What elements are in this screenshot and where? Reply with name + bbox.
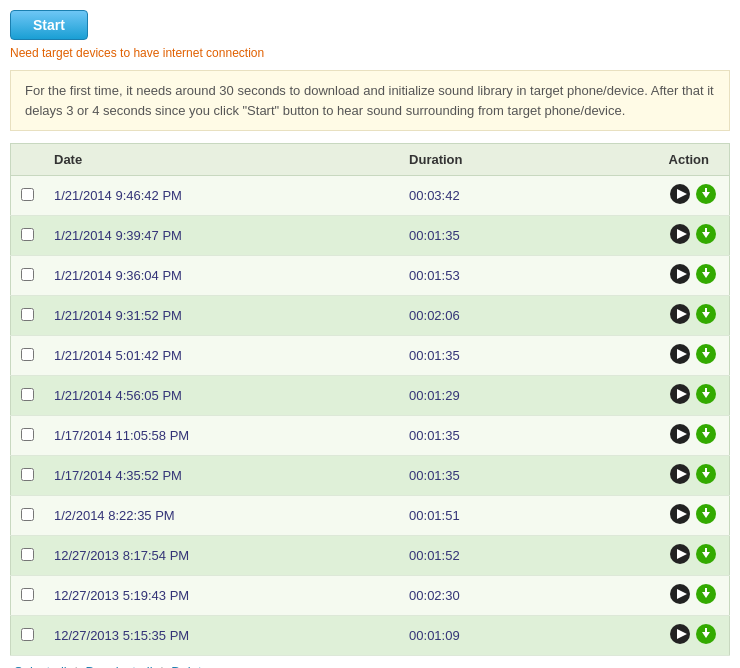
download-button[interactable]: [695, 183, 717, 208]
row-date: 1/21/2014 9:39:47 PM: [44, 216, 399, 256]
row-duration: 00:01:53: [399, 256, 567, 296]
table-row: 1/21/2014 9:39:47 PM00:01:35: [11, 216, 730, 256]
table-row: 1/21/2014 4:56:05 PM00:01:29: [11, 376, 730, 416]
header-checkbox-cell: [11, 144, 45, 176]
play-button[interactable]: [669, 303, 691, 328]
start-button[interactable]: Start: [10, 10, 88, 40]
divider-2: |: [160, 664, 163, 668]
download-button[interactable]: [695, 303, 717, 328]
divider-1: |: [74, 664, 77, 668]
download-button[interactable]: [695, 583, 717, 608]
row-actions: [567, 256, 729, 296]
row-checkbox[interactable]: [21, 348, 34, 361]
row-duration: 00:01:29: [399, 376, 567, 416]
row-date: 12/27/2013 5:15:35 PM: [44, 616, 399, 656]
row-duration: 00:01:52: [399, 536, 567, 576]
row-date: 1/17/2014 11:05:58 PM: [44, 416, 399, 456]
download-button[interactable]: [695, 623, 717, 648]
row-date: 1/21/2014 5:01:42 PM: [44, 336, 399, 376]
row-duration: 00:03:42: [399, 176, 567, 216]
svg-rect-39: [705, 468, 707, 474]
row-actions: [567, 496, 729, 536]
row-checkbox[interactable]: [21, 388, 34, 401]
svg-rect-49: [705, 548, 707, 554]
play-button[interactable]: [669, 503, 691, 528]
delete-link[interactable]: Delete: [171, 664, 209, 668]
svg-rect-14: [705, 268, 707, 274]
download-button[interactable]: [695, 263, 717, 288]
svg-rect-4: [705, 188, 707, 194]
svg-rect-29: [705, 388, 707, 394]
row-actions: [567, 216, 729, 256]
svg-rect-19: [705, 308, 707, 314]
download-button[interactable]: [695, 503, 717, 528]
column-action: Action: [567, 144, 729, 176]
table-row: 12/27/2013 5:15:35 PM00:01:09: [11, 616, 730, 656]
row-checkbox[interactable]: [21, 228, 34, 241]
row-actions: [567, 576, 729, 616]
row-date: 1/2/2014 8:22:35 PM: [44, 496, 399, 536]
row-date: 1/21/2014 9:31:52 PM: [44, 296, 399, 336]
footer-links: Select all | Deselect all | Delete: [10, 656, 730, 668]
row-date: 1/21/2014 9:36:04 PM: [44, 256, 399, 296]
row-actions: [567, 416, 729, 456]
table-row: 1/2/2014 8:22:35 PM00:01:51: [11, 496, 730, 536]
row-checkbox[interactable]: [21, 508, 34, 521]
row-date: 12/27/2013 5:19:43 PM: [44, 576, 399, 616]
deselect-all-link[interactable]: Deselect all: [85, 664, 152, 668]
download-button[interactable]: [695, 463, 717, 488]
table-row: 1/21/2014 5:01:42 PM00:01:35: [11, 336, 730, 376]
table-row: 12/27/2013 5:19:43 PM00:02:30: [11, 576, 730, 616]
row-duration: 00:01:35: [399, 456, 567, 496]
svg-rect-54: [705, 588, 707, 594]
play-button[interactable]: [669, 383, 691, 408]
table-row: 12/27/2013 8:17:54 PM00:01:52: [11, 536, 730, 576]
row-actions: [567, 376, 729, 416]
play-button[interactable]: [669, 463, 691, 488]
play-button[interactable]: [669, 343, 691, 368]
download-button[interactable]: [695, 343, 717, 368]
row-actions: [567, 616, 729, 656]
row-duration: 00:02:06: [399, 296, 567, 336]
row-actions: [567, 536, 729, 576]
info-box: For the first time, it needs around 30 s…: [10, 70, 730, 131]
download-button[interactable]: [695, 383, 717, 408]
play-button[interactable]: [669, 583, 691, 608]
row-checkbox[interactable]: [21, 548, 34, 561]
table-row: 1/21/2014 9:31:52 PM00:02:06: [11, 296, 730, 336]
svg-rect-34: [705, 428, 707, 434]
row-actions: [567, 296, 729, 336]
row-duration: 00:01:35: [399, 416, 567, 456]
row-actions: [567, 336, 729, 376]
play-button[interactable]: [669, 543, 691, 568]
row-checkbox[interactable]: [21, 628, 34, 641]
row-checkbox[interactable]: [21, 588, 34, 601]
svg-rect-24: [705, 348, 707, 354]
row-actions: [567, 456, 729, 496]
row-checkbox[interactable]: [21, 188, 34, 201]
row-duration: 00:01:35: [399, 336, 567, 376]
warning-text: Need target devices to have internet con…: [10, 46, 730, 60]
play-button[interactable]: [669, 623, 691, 648]
row-date: 1/21/2014 4:56:05 PM: [44, 376, 399, 416]
play-button[interactable]: [669, 223, 691, 248]
play-button[interactable]: [669, 263, 691, 288]
download-button[interactable]: [695, 423, 717, 448]
play-button[interactable]: [669, 423, 691, 448]
select-all-link[interactable]: Select all: [14, 664, 67, 668]
svg-rect-44: [705, 508, 707, 514]
table-row: 1/17/2014 11:05:58 PM00:01:35: [11, 416, 730, 456]
row-date: 1/21/2014 9:46:42 PM: [44, 176, 399, 216]
row-duration: 00:01:51: [399, 496, 567, 536]
row-checkbox[interactable]: [21, 308, 34, 321]
row-checkbox[interactable]: [21, 428, 34, 441]
row-date: 1/17/2014 4:35:52 PM: [44, 456, 399, 496]
svg-rect-9: [705, 228, 707, 234]
download-button[interactable]: [695, 543, 717, 568]
download-button[interactable]: [695, 223, 717, 248]
column-date: Date: [44, 144, 399, 176]
play-button[interactable]: [669, 183, 691, 208]
row-checkbox[interactable]: [21, 268, 34, 281]
row-date: 12/27/2013 8:17:54 PM: [44, 536, 399, 576]
row-checkbox[interactable]: [21, 468, 34, 481]
